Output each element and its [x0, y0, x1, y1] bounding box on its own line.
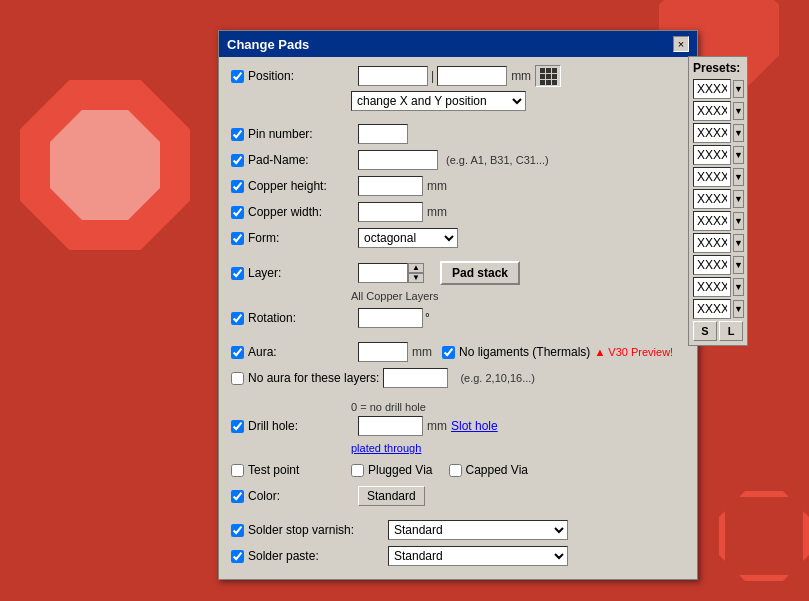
preset-input-7[interactable] — [693, 211, 731, 231]
preset-row-5: ▼ — [693, 167, 743, 187]
copper-height-input[interactable]: 1,6 — [358, 176, 423, 196]
preset-arrow-1[interactable]: ▼ — [733, 80, 744, 98]
test-point-checkbox[interactable] — [231, 464, 244, 477]
aura-label-text: Aura: — [248, 345, 358, 359]
capped-via-checkbox[interactable] — [449, 464, 462, 477]
copper-height-row: Copper height: 1,6 mm — [231, 175, 685, 197]
layer-label-text: Layer: — [248, 266, 358, 280]
color-label-text: Color: — [248, 489, 358, 503]
layer-input[interactable]: 100 — [358, 263, 408, 283]
preset-row-11: ▼ — [693, 299, 743, 319]
preset-l-button[interactable]: L — [719, 321, 743, 341]
copper-width-checkbox[interactable] — [231, 206, 244, 219]
preset-arrow-6[interactable]: ▼ — [733, 190, 744, 208]
preset-arrow-11[interactable]: ▼ — [733, 300, 744, 318]
preset-input-11[interactable] — [693, 299, 731, 319]
position-label: Position: — [231, 69, 358, 83]
preset-row-7: ▼ — [693, 211, 743, 231]
layer-spinner-buttons: ▲ ▼ — [408, 263, 424, 283]
no-aura-input[interactable] — [383, 368, 448, 388]
layer-row: Layer: 100 ▲ ▼ Pad stack — [231, 261, 685, 285]
preset-input-6[interactable] — [693, 189, 731, 209]
all-copper-layers-row: All Copper Layers — [351, 289, 685, 303]
plugged-via-checkbox[interactable] — [351, 464, 364, 477]
slot-hole-link[interactable]: Slot hole — [451, 419, 498, 433]
form-select[interactable]: octagonal — [358, 228, 458, 248]
pad-stack-button[interactable]: Pad stack — [440, 261, 520, 285]
pad-name-input[interactable] — [358, 150, 438, 170]
solder-stop-checkbox[interactable] — [231, 524, 244, 537]
preset-arrow-8[interactable]: ▼ — [733, 234, 744, 252]
preset-arrow-10[interactable]: ▼ — [733, 278, 744, 296]
preset-arrow-9[interactable]: ▼ — [733, 256, 744, 274]
layer-down-button[interactable]: ▼ — [408, 273, 424, 283]
preset-input-2[interactable] — [693, 101, 731, 121]
no-ligaments-checkbox[interactable] — [442, 346, 455, 359]
preset-input-4[interactable] — [693, 145, 731, 165]
capped-via-label-text: Capped Via — [466, 463, 529, 477]
pad-name-hint: (e.g. A1, B31, C31...) — [446, 154, 549, 166]
no-aura-row: No aura for these layers: (e.g. 2,10,16.… — [231, 367, 685, 389]
position-y-input[interactable]: 9,695 — [437, 66, 507, 86]
grid-icon-inner — [540, 68, 557, 85]
drill-hole-input[interactable]: 1 — [358, 416, 423, 436]
color-standard-button[interactable]: Standard — [358, 486, 425, 506]
solder-paste-label: Solder paste: — [231, 549, 388, 563]
pin-number-label: Pin number: — [231, 127, 358, 141]
layer-checkbox[interactable] — [231, 267, 244, 280]
preset-input-5[interactable] — [693, 167, 731, 187]
position-x-input[interactable]: 17,745 — [358, 66, 428, 86]
pin-number-row: Pin number: 2 — [231, 123, 685, 145]
plated-through-link[interactable]: plated through — [351, 442, 421, 454]
solder-stop-select[interactable]: Standard — [388, 520, 568, 540]
aura-label: Aura: — [231, 345, 358, 359]
drill-hole-checkbox[interactable] — [231, 420, 244, 433]
change-pads-dialog: Change Pads × Position: 17,745 | 9,695 m… — [218, 30, 698, 580]
pad-name-checkbox[interactable] — [231, 154, 244, 167]
color-checkbox[interactable] — [231, 490, 244, 503]
presets-panel: Presets: ▼ ▼ ▼ ▼ ▼ ▼ ▼ ▼ ▼ ▼ ▼ — [688, 56, 748, 346]
position-separator: | — [431, 69, 434, 83]
capped-via-label: Capped Via — [449, 463, 529, 477]
preset-input-1[interactable] — [693, 79, 731, 99]
color-row: Color: Standard — [231, 485, 685, 507]
position-type-select[interactable]: change X and Y position — [351, 91, 526, 111]
pin-number-label-text: Pin number: — [248, 127, 358, 141]
layer-up-button[interactable]: ▲ — [408, 263, 424, 273]
position-checkbox[interactable] — [231, 70, 244, 83]
form-checkbox[interactable] — [231, 232, 244, 245]
plugged-via-label-text: Plugged Via — [368, 463, 433, 477]
preset-input-9[interactable] — [693, 255, 731, 275]
pin-number-checkbox[interactable] — [231, 128, 244, 141]
solder-paste-select[interactable]: Standard — [388, 546, 568, 566]
no-aura-checkbox[interactable] — [231, 372, 244, 385]
solder-paste-checkbox[interactable] — [231, 550, 244, 563]
drill-hole-row: Drill hole: 1 mm Slot hole — [231, 415, 685, 437]
plugged-via-label: Plugged Via — [351, 463, 433, 477]
aura-checkbox[interactable] — [231, 346, 244, 359]
copper-width-input[interactable]: 1,6 — [358, 202, 423, 222]
rotation-checkbox[interactable] — [231, 312, 244, 325]
preset-arrow-4[interactable]: ▼ — [733, 146, 744, 164]
preset-row-1: ▼ — [693, 79, 743, 99]
copper-width-row: Copper width: 1,6 mm — [231, 201, 685, 223]
preset-arrow-2[interactable]: ▼ — [733, 102, 744, 120]
preset-row-6: ▼ — [693, 189, 743, 209]
preset-s-button[interactable]: S — [693, 321, 717, 341]
pin-number-input[interactable]: 2 — [358, 124, 408, 144]
preset-input-10[interactable] — [693, 277, 731, 297]
aura-input[interactable]: 0,3 — [358, 342, 408, 362]
preset-arrow-5[interactable]: ▼ — [733, 168, 744, 186]
close-button[interactable]: × — [673, 36, 689, 52]
preset-input-3[interactable] — [693, 123, 731, 143]
copper-height-checkbox[interactable] — [231, 180, 244, 193]
preset-input-8[interactable] — [693, 233, 731, 253]
rotation-label: Rotation: — [231, 311, 358, 325]
bg-octagon-bottom-right — [719, 491, 809, 581]
solder-paste-label-text: Solder paste: — [248, 549, 388, 563]
dialog-body: Position: 17,745 | 9,695 mm change X and… — [219, 57, 697, 579]
preset-arrow-7[interactable]: ▼ — [733, 212, 744, 230]
preset-arrow-3[interactable]: ▼ — [733, 124, 744, 142]
rotation-input[interactable]: 180,00 — [358, 308, 423, 328]
grid-icon-button[interactable] — [535, 65, 561, 87]
